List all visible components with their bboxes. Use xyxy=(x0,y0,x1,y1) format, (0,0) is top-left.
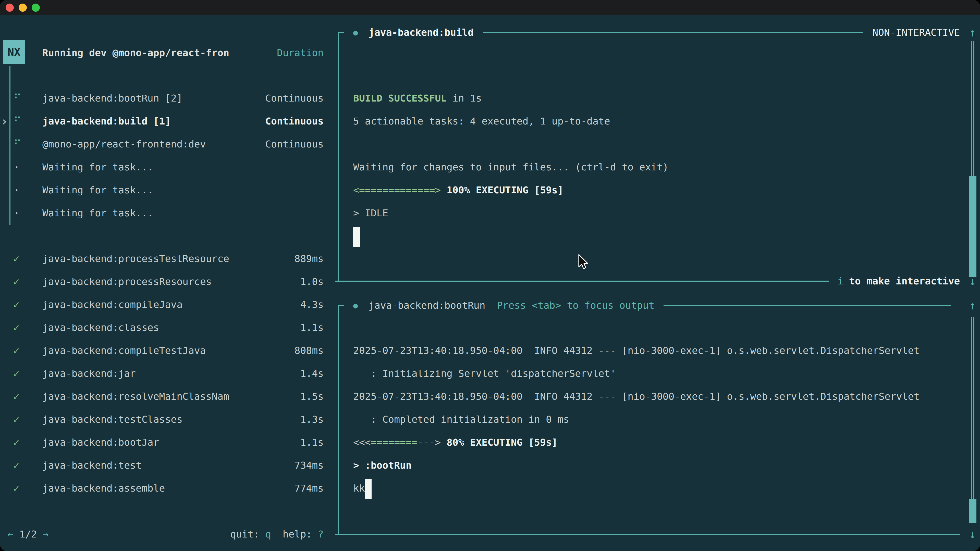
terminal-text: 80% EXECUTING [59s] xyxy=(441,437,558,448)
page-indicator: 1/2 xyxy=(14,529,43,540)
terminal-cursor xyxy=(353,227,360,247)
task-bullet-icon: ● xyxy=(353,28,358,37)
terminal-line: Waiting for changes to input files... (c… xyxy=(353,156,965,179)
task-status: Continuous xyxy=(265,116,324,127)
completed-task-list: ✓ java-backend:processTestResource 889ms… xyxy=(0,247,329,500)
check-icon: ✓ xyxy=(13,253,42,265)
dot-icon: · xyxy=(13,184,42,197)
task-status: 774ms xyxy=(294,483,324,494)
task-row[interactable]: ✓ java-backend:jar 1.4s xyxy=(0,362,329,385)
sidebar-title: Running dev @mono-app/react-fron xyxy=(42,47,229,59)
terminal-text: 2025-07-23T13:40:18.950-04:00 INFO 44312… xyxy=(353,391,920,402)
page-next-arrow[interactable]: → xyxy=(43,529,48,540)
task-row[interactable]: › ⠋ java-backend:build [1] Continuous xyxy=(0,110,329,133)
task-row[interactable]: ⠋ java-backend:bootRun [2] Continuous xyxy=(0,87,329,110)
scroll-up-icon[interactable]: ↑ xyxy=(969,26,976,39)
quit-key: q xyxy=(265,529,271,540)
task-row[interactable]: ✓ java-backend:processTestResource 889ms xyxy=(0,247,329,270)
task-label: java-backend:resolveMainClassNam xyxy=(42,391,300,402)
terminal-text: <<< xyxy=(353,437,371,448)
task-list-sidebar: NX Running dev @mono-app/react-fron Dura… xyxy=(0,15,329,551)
task-label: java-backend:classes xyxy=(42,322,300,333)
terminal-line: : Completed initialization in 0 ms xyxy=(353,408,965,431)
task-row[interactable]: ✓ java-backend:assemble 774ms xyxy=(0,477,329,500)
task-row[interactable]: · Waiting for task... xyxy=(0,202,329,224)
check-icon: ✓ xyxy=(13,459,42,471)
task-status: Continuous xyxy=(265,93,324,104)
task-row[interactable]: ✓ java-backend:bootJar 1.1s xyxy=(0,431,329,454)
terminal-line: <<<========---> 80% EXECUTING [59s] xyxy=(353,431,965,454)
hint-key: i xyxy=(837,275,843,287)
task-label: Waiting for task... xyxy=(42,162,324,173)
terminal-line: : Initializing Servlet 'dispatcherServle… xyxy=(353,362,965,385)
header-rule xyxy=(663,305,951,306)
task-row[interactable]: ✓ java-backend:testClasses 1.3s xyxy=(0,408,329,431)
terminal-text: in 1s xyxy=(447,93,482,104)
minimize-button[interactable] xyxy=(19,3,27,12)
border-rule xyxy=(335,281,829,282)
pane-title: java-backend:bootRun xyxy=(369,300,485,311)
help-label: help: xyxy=(283,529,318,540)
task-label: Waiting for task... xyxy=(42,184,324,196)
scrollbar-thumb[interactable] xyxy=(969,499,977,523)
task-status: 1.3s xyxy=(300,414,324,425)
check-icon: ✓ xyxy=(13,437,42,448)
check-icon: ✓ xyxy=(13,276,42,287)
task-row[interactable]: · Waiting for task... xyxy=(0,156,329,179)
scrollbar-thumb[interactable] xyxy=(969,176,977,277)
pane-footer: ↓ xyxy=(335,523,980,546)
scroll-up-icon[interactable]: ↑ xyxy=(969,299,976,312)
footer-gap xyxy=(271,529,283,540)
terminal-line: 2025-07-23T13:40:18.950-04:00 INFO 44312… xyxy=(353,339,965,362)
task-row[interactable]: ⠋ @mono-app/react-frontend:dev Continuou… xyxy=(0,133,329,156)
running-task-list: ⠋ java-backend:bootRun [2] Continuous › … xyxy=(0,87,329,224)
terminal-text: 5 actionable tasks: 4 executed, 1 up-to-… xyxy=(353,116,610,127)
task-row[interactable]: · Waiting for task... xyxy=(0,179,329,202)
terminal-line xyxy=(353,133,965,156)
page-prev-arrow[interactable]: ← xyxy=(8,529,14,540)
task-row[interactable]: ✓ java-backend:processResources 1.0s xyxy=(0,270,329,293)
pane-header: ● java-backend:build NON-INTERACTIVE ↑ xyxy=(346,21,980,44)
task-status: 1.0s xyxy=(300,276,324,287)
spinner-icon: ⠋ xyxy=(13,115,42,128)
terminal-line: kk xyxy=(353,477,965,500)
sidebar-header: Running dev @mono-app/react-fron Duratio… xyxy=(0,41,329,64)
scrollbar-track[interactable] xyxy=(971,317,974,523)
scroll-down-icon[interactable]: ↓ xyxy=(969,528,976,541)
task-status: 1.1s xyxy=(300,437,324,448)
task-label: java-backend:assemble xyxy=(42,483,294,494)
window-titlebar[interactable] xyxy=(0,0,980,15)
border-rule xyxy=(335,534,960,535)
check-icon: ✓ xyxy=(13,345,42,356)
bootrun-terminal-output: 2025-07-23T13:40:18.950-04:00 INFO 44312… xyxy=(353,339,965,500)
task-row[interactable]: ✓ java-backend:test 734ms xyxy=(0,454,329,477)
header-rule xyxy=(483,32,863,33)
terminal-text: BUILD SUCCESSFUL xyxy=(353,93,447,104)
check-icon: ✓ xyxy=(13,391,42,402)
task-row[interactable]: ✓ java-backend:resolveMainClassNam 1.5s xyxy=(0,385,329,408)
task-row[interactable]: ✓ java-backend:compileTestJava 808ms xyxy=(0,339,329,362)
dot-icon: · xyxy=(13,206,42,220)
terminal-line: 2025-07-23T13:40:18.950-04:00 INFO 44312… xyxy=(353,385,965,408)
build-terminal-output: BUILD SUCCESSFUL in 1s5 actionable tasks… xyxy=(353,87,965,248)
task-label: java-backend:build [1] xyxy=(42,116,265,127)
task-status: 4.3s xyxy=(300,299,324,310)
terminal-text: > IDLE xyxy=(353,207,388,219)
help-key: ? xyxy=(318,529,324,540)
zoom-button[interactable] xyxy=(32,3,40,12)
task-row[interactable]: ✓ java-backend:classes 1.1s xyxy=(0,316,329,339)
close-button[interactable] xyxy=(6,3,14,12)
task-label: java-backend:compileTestJava xyxy=(42,345,294,356)
task-label: java-backend:testClasses xyxy=(42,414,300,425)
terminal-text: 100% EXECUTING [59s] xyxy=(441,184,563,196)
task-bullet-icon: ● xyxy=(353,301,358,310)
terminal-line: > IDLE xyxy=(353,202,965,224)
app-window: NX Running dev @mono-app/react-fron Dura… xyxy=(0,0,980,551)
terminal-text: kk xyxy=(353,483,365,494)
pane-footer: i to make interactive ↓ xyxy=(335,270,980,292)
task-label: java-backend:processResources xyxy=(42,276,300,287)
task-status: 1.5s xyxy=(300,391,324,402)
task-label: java-backend:jar xyxy=(42,368,300,379)
check-icon: ✓ xyxy=(13,299,42,310)
task-row[interactable]: ✓ java-backend:compileJava 4.3s xyxy=(0,293,329,316)
